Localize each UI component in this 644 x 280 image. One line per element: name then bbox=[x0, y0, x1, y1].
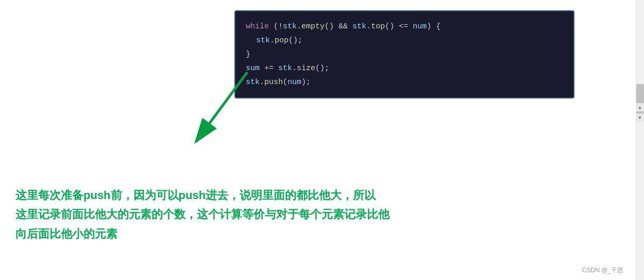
fn-size: size bbox=[297, 61, 315, 75]
punct-1: (! bbox=[269, 20, 283, 34]
punct-13: ); bbox=[301, 75, 311, 89]
scroll-up-button[interactable]: ▲ bbox=[636, 103, 644, 111]
var-num-1: num bbox=[413, 20, 427, 34]
punct-6: ) { bbox=[427, 20, 440, 34]
fn-pop: pop bbox=[275, 34, 289, 47]
punct-3: () && bbox=[325, 20, 352, 34]
watermark: CSDN @_千思 bbox=[582, 266, 623, 275]
punct-7: . bbox=[270, 34, 275, 47]
punct-4: . bbox=[366, 20, 371, 34]
description-text: 这里每次准备push前，因为可以push进去，说明里面的都比他大，所以 这里记录… bbox=[15, 186, 608, 243]
svg-line-1 bbox=[196, 72, 247, 142]
code-line-1: while (! stk . empty () && stk . top () … bbox=[246, 20, 563, 34]
var-stk-2: stk bbox=[352, 20, 366, 34]
code-line-3: } bbox=[246, 47, 563, 61]
punct-brace-close: } bbox=[246, 47, 250, 61]
punct-12: ( bbox=[283, 75, 287, 89]
var-stk-3: stk bbox=[256, 34, 270, 47]
main-content: while (! stk . empty () && stk . top () … bbox=[0, 0, 644, 280]
code-line-5: stk . push ( num ); bbox=[246, 75, 563, 89]
arrow-container bbox=[170, 62, 273, 155]
code-block: while (! stk . empty () && stk . top () … bbox=[234, 10, 574, 98]
punct-2: . bbox=[297, 20, 301, 34]
var-num-2: num bbox=[287, 75, 301, 89]
var-stk-4: stk bbox=[278, 61, 292, 75]
var-stk-1: stk bbox=[283, 20, 297, 34]
code-line-4: sum += stk . size (); bbox=[246, 61, 563, 75]
keyword-while: while bbox=[246, 20, 269, 34]
code-line-2: stk . pop (); bbox=[246, 34, 563, 47]
punct-9: . bbox=[292, 61, 297, 75]
scroll-down-button[interactable]: ▼ bbox=[636, 113, 644, 122]
punct-10: (); bbox=[315, 61, 329, 75]
punct-5: () <= bbox=[385, 20, 413, 34]
arrow-svg bbox=[170, 62, 273, 155]
scrollbar[interactable]: ▲ ▼ bbox=[636, 0, 644, 280]
code-block-container: while (! stk . empty () && stk . top () … bbox=[234, 10, 574, 98]
fn-empty: empty bbox=[301, 20, 325, 34]
fn-top: top bbox=[371, 20, 385, 34]
punct-8: (); bbox=[289, 34, 302, 47]
